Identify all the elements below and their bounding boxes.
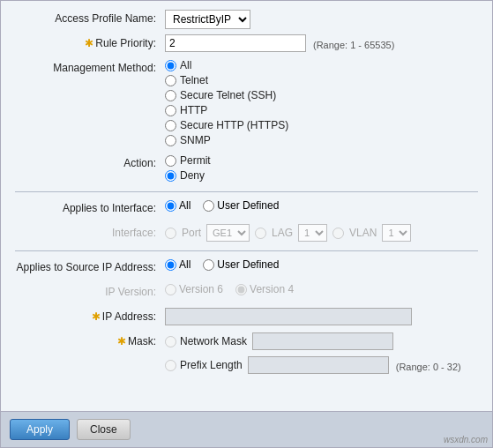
management-method-label: Management Method:	[15, 59, 165, 74]
mask-required-star: ✱	[117, 335, 126, 347]
network-mask-row: Network Mask	[165, 332, 393, 350]
interface-vlan-label: VLAN	[349, 227, 377, 239]
mgmt-telnet-label: Telnet	[180, 74, 208, 86]
applies-interface-control: All User Defined	[165, 199, 478, 212]
management-method-row: Management Method: All Telnet Secure Tel…	[15, 59, 478, 149]
rule-priority-row: ✱Rule Priority: (Range: 1 - 65535)	[15, 34, 478, 54]
prefix-length-label: Prefix Length	[180, 359, 243, 371]
applies-source-control: All User Defined	[165, 258, 478, 271]
source-userdefined-radio[interactable]	[203, 259, 214, 271]
action-control: Permit Deny	[165, 154, 478, 184]
rule-priority-control: (Range: 1 - 65535)	[165, 34, 478, 52]
interface-lag-radio[interactable]	[255, 228, 266, 239]
mgmt-https-label: Secure HTTP (HTTPS)	[180, 119, 288, 131]
ipv4-label: Version 4	[250, 283, 294, 295]
vlan-select[interactable]: 1	[382, 224, 411, 242]
ip-address-label: ✱IP Address:	[15, 308, 165, 323]
prefix-length-radio[interactable]	[165, 360, 176, 371]
mgmt-ssh-label: Secure Telnet (SSH)	[180, 89, 276, 101]
source-options: All User Defined	[165, 258, 279, 271]
interface-vlan-radio[interactable]	[332, 228, 344, 239]
divider1	[15, 191, 478, 192]
source-all-item: All	[165, 258, 190, 271]
mgmt-telnet-row: Telnet	[165, 74, 208, 86]
applies-source-label: Applies to Source IP Address:	[15, 258, 165, 273]
close-button[interactable]: Close	[77, 419, 131, 440]
interface-port-radio[interactable]	[165, 228, 176, 239]
mask-control: Network Mask Prefix Length (Range: 0 - 3…	[165, 332, 478, 377]
interface-all-radio[interactable]	[165, 200, 176, 212]
ip-required-star: ✱	[92, 310, 101, 323]
mgmt-snmp-row: SNMP	[165, 134, 211, 146]
ipv4-radio[interactable]	[235, 284, 247, 295]
prefix-length-row: Prefix Length (Range: 0 - 32)	[165, 356, 461, 374]
ip-version-label: IP Version:	[15, 283, 165, 298]
mgmt-ssh-row: Secure Telnet (SSH)	[165, 89, 276, 101]
profile-name-select[interactable]: RestrictByIP	[165, 10, 250, 29]
action-permit-row: Permit	[165, 154, 211, 167]
rule-priority-label: ✱Rule Priority:	[15, 34, 165, 49]
source-userdefined-label: User Defined	[217, 258, 279, 271]
action-permit-label: Permit	[180, 154, 211, 167]
interface-all-label: All	[179, 199, 190, 212]
profile-name-control: RestrictByIP	[165, 10, 478, 29]
mgmt-snmp-radio[interactable]	[165, 135, 176, 146]
interface-row: Interface: Port GE1 LAG 1 VLAN	[15, 224, 478, 243]
apply-button[interactable]: Apply	[10, 419, 70, 440]
ip-version-control: Version 6 Version 4	[165, 283, 478, 295]
rule-priority-input[interactable]	[165, 34, 306, 52]
mgmt-https-radio[interactable]	[165, 120, 176, 131]
prefix-length-input[interactable]	[248, 356, 389, 374]
profile-name-row: Access Profile Name: RestrictByIP	[15, 10, 478, 29]
ipv6-radio[interactable]	[165, 284, 176, 295]
mgmt-telnet-radio[interactable]	[165, 75, 176, 86]
ip-version-options: Version 6 Version 4	[165, 283, 294, 295]
mgmt-all-label: All	[180, 59, 191, 71]
ip-version-row: IP Version: Version 6 Version 4	[15, 283, 478, 302]
applies-interface-label: Applies to Interface:	[15, 199, 165, 214]
interface-lag-label: LAG	[272, 227, 293, 239]
network-mask-label: Network Mask	[180, 335, 247, 347]
ip-address-input[interactable]	[165, 308, 412, 325]
mask-row: ✱Mask: Network Mask Prefix Length (Range…	[15, 332, 478, 377]
lag-select[interactable]: 1	[298, 224, 327, 242]
ipv6-label: Version 6	[179, 283, 223, 295]
action-label: Action:	[15, 154, 165, 169]
action-row: Action: Permit Deny	[15, 154, 478, 184]
interface-label: Interface:	[15, 224, 165, 239]
action-deny-label: Deny	[180, 169, 205, 182]
ip-address-row: ✱IP Address:	[15, 308, 478, 327]
required-star: ✱	[85, 37, 93, 49]
action-permit-radio[interactable]	[165, 155, 176, 167]
watermark: wsxdn.com	[444, 435, 488, 444]
source-all-radio[interactable]	[165, 259, 176, 271]
mask-label: ✱Mask:	[15, 332, 165, 347]
dialog: Access Profile Name: RestrictByIP ✱Rule …	[0, 0, 493, 448]
profile-name-label: Access Profile Name:	[15, 10, 165, 25]
mgmt-all-radio[interactable]	[165, 60, 176, 71]
prefix-range: (Range: 0 - 32)	[389, 359, 461, 372]
interface-userdefined-item: User Defined	[203, 199, 279, 212]
action-deny-radio[interactable]	[165, 170, 176, 182]
interface-userdefined-label: User Defined	[217, 199, 279, 212]
ip-address-control	[165, 308, 478, 325]
interface-options: All User Defined	[165, 199, 279, 212]
port-select[interactable]: GE1	[206, 224, 250, 242]
rule-priority-range: (Range: 1 - 65535)	[306, 37, 394, 50]
ipv6-item: Version 6	[165, 283, 223, 295]
applies-source-row: Applies to Source IP Address: All User D…	[15, 258, 478, 278]
source-all-label: All	[179, 258, 190, 271]
interface-userdefined-radio[interactable]	[203, 200, 214, 212]
applies-interface-row: Applies to Interface: All User Defined	[15, 199, 478, 219]
action-deny-row: Deny	[165, 169, 205, 182]
mgmt-all-row: All	[165, 59, 191, 71]
network-mask-input[interactable]	[252, 332, 393, 350]
source-userdefined-item: User Defined	[203, 258, 279, 271]
management-method-control: All Telnet Secure Telnet (SSH) HTTP Secu…	[165, 59, 478, 149]
mgmt-http-radio[interactable]	[165, 105, 176, 116]
interface-inner-row: Port GE1 LAG 1 VLAN 1	[165, 224, 411, 242]
divider2	[15, 250, 478, 251]
mgmt-https-row: Secure HTTP (HTTPS)	[165, 119, 288, 131]
mgmt-ssh-radio[interactable]	[165, 90, 176, 101]
network-mask-radio[interactable]	[165, 336, 176, 347]
